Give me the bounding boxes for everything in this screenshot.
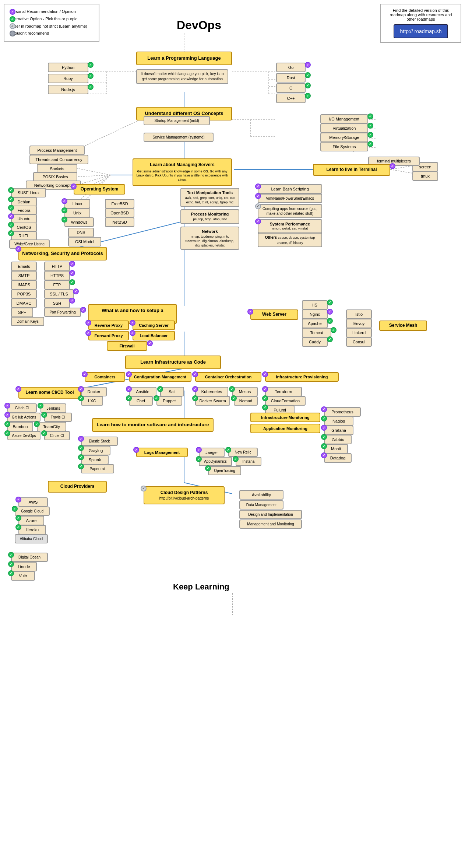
badge-lb: ✓ xyxy=(130,330,135,336)
node-puppet: Puppet xyxy=(156,396,182,406)
badge-bash: ✓ xyxy=(255,183,261,189)
node-process-monitor: Process Monitoring ps, top, htop, atop, … xyxy=(180,209,239,224)
node-bamboo: Bamboo xyxy=(7,422,33,431)
node-mesos: Mesos xyxy=(232,387,258,396)
badge-cicd: ✓ xyxy=(15,386,21,392)
node-unix: Unix xyxy=(64,208,90,218)
badge-gha: ✓ xyxy=(4,412,10,418)
badge-caddy: ✓ xyxy=(327,336,333,342)
badge-newrelic: ✓ xyxy=(225,447,231,453)
node-heroku: Heroku xyxy=(18,525,46,535)
badge-go: ✓ xyxy=(305,62,311,68)
node-domain-keys: Domain Keys xyxy=(11,317,44,326)
node-grafana: Grafana xyxy=(324,426,353,435)
node-data-mgmt: Data Management xyxy=(239,500,283,510)
node-rust: Rust xyxy=(276,73,306,83)
svg-line-42 xyxy=(390,169,412,173)
node-ansible: Ansible xyxy=(129,387,156,396)
legend-order: Order in roadmap not strict (Learn anyti… xyxy=(10,23,87,30)
node-io-mgmt: I/O Management xyxy=(320,114,368,124)
badge-lxc: ✓ xyxy=(78,395,84,401)
badge-zabbix: ✓ xyxy=(321,434,327,440)
badge-fw: ✓ xyxy=(147,340,153,346)
node-app-monitoring: Application Monitoring xyxy=(250,424,320,433)
node-containers: Containers xyxy=(85,372,125,382)
node-elastic: Elastic Stack xyxy=(81,437,118,446)
node-chef: Chef xyxy=(129,396,153,406)
node-lxc: LXC xyxy=(81,396,103,406)
node-terraform: Terraform xyxy=(265,387,302,396)
badge-fedora: ✓ xyxy=(8,205,14,211)
node-cicd: Learn some CI/CD Tool xyxy=(18,387,81,399)
badge-linux: ✓ xyxy=(61,198,67,204)
badge-ruby: ✓ xyxy=(88,73,94,79)
roadmap-url[interactable]: http:// roadmap.sh xyxy=(394,24,448,38)
node-infra-prov: Infrastructure Provisioning xyxy=(265,372,339,382)
badge-ws: ✓ xyxy=(247,309,253,315)
badge-os: ✓ xyxy=(71,183,77,189)
node-envoy: Envoy xyxy=(346,319,372,328)
badge-infra-prov: ✓ xyxy=(262,371,268,377)
badge-nginx: ✓ xyxy=(327,309,333,315)
badge-config: ✓ xyxy=(126,371,132,377)
node-tmux: tmux xyxy=(412,171,438,181)
node-vultr: Vultr xyxy=(11,571,35,581)
badge-splunk: ✓ xyxy=(78,454,84,460)
node-programming-desc: It doesn't matter which language you pic… xyxy=(136,69,228,84)
badge-docker: ✓ xyxy=(78,386,84,392)
node-caching-server: Caching Server xyxy=(133,321,175,330)
node-suse: SUSE Linux xyxy=(11,188,46,197)
badge-heroku: ✓ xyxy=(15,524,21,530)
node-sys-perf: System Performance nmon, iostat, sar, vm… xyxy=(258,219,322,233)
badge-nodejs: ✓ xyxy=(88,84,94,90)
badge-cpp: ✓ xyxy=(305,93,311,99)
badge-jenkins: ✓ xyxy=(38,403,43,409)
badge-chef: ✓ xyxy=(126,395,132,401)
node-apache: Apache xyxy=(302,319,328,328)
node-consul: Consul xyxy=(346,337,372,347)
node-vim-nano: Vim/Nano/PowerShell/Emacs xyxy=(258,194,322,203)
node-google-cloud: Google Cloud xyxy=(15,507,50,516)
node-monit: Monit xyxy=(324,444,348,454)
badge-graylog: ✓ xyxy=(78,445,84,451)
badge-net-sec: ✓ xyxy=(15,246,21,252)
node-others: Others strace, dtrace, systemtap uname, … xyxy=(258,233,322,247)
badge-ssl: ✓ xyxy=(73,288,79,294)
node-istio: Istio xyxy=(346,309,372,319)
badge-vultr: ✓ xyxy=(8,570,14,576)
node-freebsd: FreeBSD xyxy=(105,199,134,209)
node-text-manip: Text Manipulation Tools awk, sed, grep, … xyxy=(180,188,239,207)
node-openbsd: OpenBSD xyxy=(105,208,134,218)
node-new-relic: New Relic xyxy=(228,448,258,457)
badge-grafana: ✓ xyxy=(321,425,327,431)
badge-mesos: ✓ xyxy=(229,386,235,392)
node-go: Go xyxy=(276,63,306,72)
node-threads: Threads and Concurrency xyxy=(29,155,88,164)
node-alibaba: Alibaba Cloud xyxy=(15,534,48,543)
legend-personal: Personal Recommendation / Opinion xyxy=(10,8,76,15)
legend-box: ✓ Personal Recommendation / Opinion ✓ Al… xyxy=(4,4,99,42)
badge-rhel: ✓ xyxy=(8,230,14,236)
node-logs-mgmt: Logs Management xyxy=(136,448,188,457)
node-emails: Emails xyxy=(11,262,37,271)
badge-circle: ✓ xyxy=(41,430,47,436)
badge-orch: ✓ xyxy=(192,371,198,377)
badge-compiling: ✓ xyxy=(255,203,261,209)
node-nagios: Nagios xyxy=(324,416,353,426)
badge-terminal: ✓ xyxy=(390,163,395,169)
badge-unix: ✓ xyxy=(61,207,67,213)
badge-windows: ✓ xyxy=(61,217,67,223)
badge-c: ✓ xyxy=(305,83,311,88)
node-ssh: SSH xyxy=(44,298,70,308)
badge-gcp: ✓ xyxy=(12,506,18,512)
badge-ansible: ✓ xyxy=(126,386,132,392)
node-github-actions: GitHub Actions xyxy=(7,413,40,422)
node-zabbix: Zabbix xyxy=(324,435,352,444)
node-network-tools: Network nmap, tcpdump, ping, mtr, tracer… xyxy=(180,227,239,250)
node-iis: IIS xyxy=(302,300,328,310)
svg-line-34 xyxy=(74,168,110,175)
node-cloud-providers: Cloud Providers xyxy=(48,481,107,493)
svg-line-35 xyxy=(74,175,110,177)
node-graylog: Graylog xyxy=(81,446,110,455)
badge-fs: ✓ xyxy=(367,141,373,147)
